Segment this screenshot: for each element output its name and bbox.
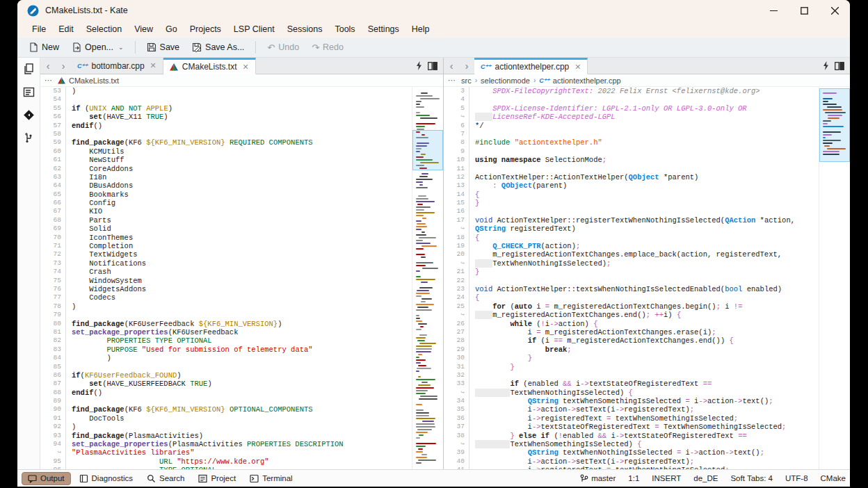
tab-width-status[interactable]: Soft Tabs: 4 [730,474,773,482]
breadcrumb-menu-button[interactable]: ⋯ [448,76,456,85]
input-mode-status[interactable]: INSERT [652,474,681,482]
code-line: 17void ActionTextHelper::registerTextWhe… [444,216,819,225]
breadcrumb-dir[interactable]: selectionmode [481,76,530,85]
line-number: 55 [40,104,66,113]
tab-forward-button[interactable]: › [56,58,71,74]
menu-go[interactable]: Go [159,22,184,36]
menu-tools[interactable]: Tools [328,22,361,36]
line-number: 72 [40,250,66,259]
code-line: ↪"PlasmaActivities libraries" [40,448,412,457]
code-line: 3 SPDX-FileCopyrightText: 2022 Felix Ern… [444,87,819,95]
menu-sessions[interactable]: Sessions [281,22,329,36]
code-line: 23void ActionTextHelper::textsWhenNothin… [444,285,819,293]
syntax-mode-status[interactable]: CMake [821,474,846,482]
save-as-button[interactable]: Save As... [186,40,250,54]
code-line: ↪ LicenseRef-KDE-Accepted-LGPL [444,113,819,121]
tab-back-button[interactable]: ‹ [444,58,459,74]
left-code-area[interactable]: 53)5455if (UNIX AND NOT APPLE)56 set(HAV… [40,87,412,469]
diagnostics-panel-button[interactable]: Diagnostics [74,473,138,485]
new-file-icon [29,42,38,52]
cursor-position-status[interactable]: 1:1 [628,474,639,482]
list-details-icon[interactable] [23,86,35,98]
tab-close-icon[interactable]: ✕ [242,63,248,72]
menu-help[interactable]: Help [405,22,436,36]
git-branch-status[interactable]: master [580,474,616,483]
left-minimap-scrollbar[interactable] [412,87,443,469]
undo-button[interactable]: ↶ Undo [262,40,305,55]
tab-back-button[interactable]: ‹ [40,58,56,74]
line-number: 40 [444,457,469,466]
code-line: 76 WidgetsAddons [40,285,412,293]
code-line: 10using namespace SelectionMode; [444,156,819,164]
wrap-marker: ↪ [444,440,469,448]
code-line: 88endif() [40,389,412,397]
code-line: 9 [444,147,819,156]
tab-close-icon[interactable]: ✕ [574,63,581,72]
menu-settings[interactable]: Settings [362,22,405,36]
project-panel-button[interactable]: Project [193,473,241,485]
menu-lsp-client[interactable]: LSP Client [227,22,281,36]
maximize-button[interactable] [789,0,819,21]
wrap-marker: ↪ [444,311,469,319]
breadcrumb-file[interactable]: actiontexthelper.cpp [553,76,621,85]
title-bar[interactable]: CMakeLists.txt - Kate [17,0,850,21]
minimize-icon [770,7,778,15]
line-number: 9 [444,147,469,156]
tab-bottombar-cpp[interactable]: C⁺⁺ bottombar.cpp ✕ [71,58,163,74]
line-number: 23 [444,285,469,293]
code-line: 70 IconThemes [40,234,412,242]
line-number: 61 [40,156,66,164]
new-button[interactable]: New [23,40,65,54]
tab-close-icon[interactable]: ✕ [150,61,156,70]
dictionary-status[interactable]: de_DE [693,474,718,482]
menu-file[interactable]: File [26,22,52,36]
right-code-area[interactable]: 3 SPDX-FileCopyrightText: 2022 Felix Ern… [444,87,819,469]
line-number: 3 [444,87,469,95]
code-line: 65 Bookmarks [40,190,412,199]
save-button[interactable]: Save [141,40,186,54]
output-panel-button[interactable]: Output [22,472,71,485]
menu-view[interactable]: View [128,22,159,36]
breadcrumb-dir[interactable]: src [461,76,472,85]
tab-cmakelists-txt[interactable]: CMakeLists.txt ✕ [163,58,256,74]
terminal-panel-button[interactable]: Terminal [244,473,298,485]
line-number: 66 [40,199,66,207]
right-minimap-scrollbar[interactable] [819,87,850,469]
project-diamond-icon[interactable] [23,109,35,121]
menu-edit[interactable]: Edit [52,22,80,36]
git-tree-icon[interactable] [23,132,35,144]
open-button[interactable]: Open... ⌄ [66,40,129,54]
split-view-icon[interactable] [428,62,437,70]
line-number: 64 [40,181,66,190]
right-breadcrumb: ⋯ src › selectionmode › C⁺⁺ actiontexthe… [444,74,850,87]
line-number: 25 [444,302,469,311]
tab-forward-button[interactable]: › [459,58,474,74]
menu-projects[interactable]: Projects [184,22,227,36]
line-number: 7 [444,130,469,138]
documents-icon[interactable] [23,63,35,75]
code-line: 8#include "actiontexthelper.h" [444,138,819,147]
search-panel-button[interactable]: Search [141,473,190,485]
minimap-viewport[interactable] [819,88,850,162]
code-line: 53) [40,87,412,95]
breadcrumb-menu-button[interactable]: ⋯ [45,76,53,85]
redo-button[interactable]: ↷ Redo [306,40,349,55]
line-number: 88 [40,389,66,397]
breadcrumb-file[interactable]: CMakeLists.txt [69,76,119,85]
open-dropdown-chevron-icon[interactable]: ⌄ [118,44,124,51]
code-line: 34 QString textWhenSomethingIsSelected =… [444,397,819,405]
line-number: 58 [40,130,66,138]
minimap-viewport[interactable] [412,130,443,170]
quick-open-lightning-icon[interactable] [823,61,829,70]
code-line: 64 DBusAddons [40,181,412,190]
line-number: 38 [444,432,469,440]
tab-actiontexthelper-cpp[interactable]: C⁺⁺ actiontexthelper.cpp ✕ [474,58,588,74]
split-view-icon[interactable] [835,62,844,70]
line-number: 39 [444,448,469,457]
encoding-status[interactable]: UTF-8 [785,474,808,482]
quick-open-lightning-icon[interactable] [416,61,422,70]
close-button[interactable] [819,0,850,21]
minimize-button[interactable] [758,0,789,21]
line-number: 28 [444,336,469,345]
menu-selection[interactable]: Selection [80,22,128,36]
